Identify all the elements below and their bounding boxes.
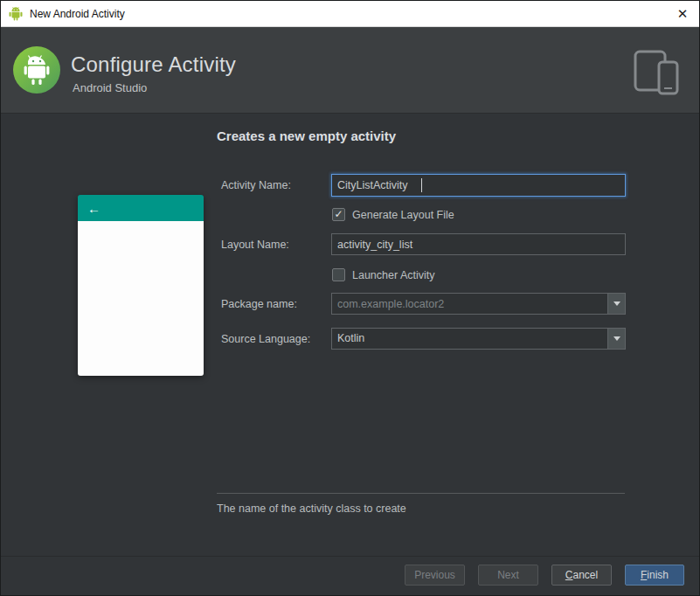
- package-name-combo: [331, 293, 626, 315]
- package-dropdown-button[interactable]: [607, 294, 625, 314]
- source-language-select[interactable]: Kotlin: [331, 328, 626, 350]
- phone-tablet-icon: [633, 50, 680, 95]
- cancel-button[interactable]: Cancel: [551, 565, 612, 586]
- activity-name-input[interactable]: [331, 174, 626, 197]
- finish-button[interactable]: Finish: [625, 565, 684, 586]
- layout-name-label: Layout Name:: [221, 239, 289, 251]
- wizard-step-title: Configure Activity: [71, 52, 236, 77]
- preview-content-area: [78, 221, 204, 376]
- layout-name-input[interactable]: [331, 233, 626, 255]
- launcher-activity-checkbox[interactable]: [332, 268, 345, 281]
- close-icon: ✕: [677, 6, 689, 21]
- language-dropdown-button[interactable]: [607, 329, 625, 349]
- window-title: New Android Activity: [30, 8, 125, 20]
- android-studio-logo-icon: [11, 45, 62, 95]
- new-android-activity-dialog: New Android Activity ✕: [0, 0, 700, 596]
- field-help-text: The name of the activity class to create: [217, 502, 406, 515]
- package-name-label: Package name:: [221, 298, 297, 310]
- title-bar: New Android Activity ✕: [1, 1, 699, 27]
- text-caret: [421, 178, 422, 192]
- previous-button[interactable]: Previous: [405, 565, 465, 586]
- back-arrow-icon: ←: [87, 202, 100, 215]
- generate-layout-label[interactable]: Generate Layout File: [352, 209, 454, 221]
- preview-app-bar: ←: [78, 195, 204, 221]
- wizard-header: Configure Activity Android Studio: [1, 27, 699, 114]
- next-button[interactable]: Next: [478, 565, 538, 586]
- generate-layout-checkbox[interactable]: ✓: [332, 208, 345, 221]
- chevron-down-icon: [613, 336, 620, 341]
- launcher-activity-label[interactable]: Launcher Activity: [352, 269, 435, 281]
- generate-layout-row: ✓ Generate Layout File: [332, 208, 454, 221]
- checkmark-icon: ✓: [334, 208, 343, 220]
- launcher-activity-row: Launcher Activity: [332, 268, 435, 281]
- chevron-down-icon: [613, 301, 620, 306]
- page-title: Creates a new empty activity: [217, 128, 396, 143]
- android-robot-icon: [8, 6, 24, 22]
- source-language-value: Kotlin: [332, 329, 607, 349]
- activity-preview: ←: [78, 195, 204, 376]
- wizard-subtitle: Android Studio: [73, 81, 147, 94]
- section-divider: [217, 493, 625, 494]
- activity-name-label: Activity Name:: [221, 179, 291, 191]
- button-bar-divider: [1, 556, 699, 557]
- source-language-label: Source Language:: [221, 333, 310, 345]
- package-name-input[interactable]: [332, 294, 607, 314]
- close-button[interactable]: ✕: [666, 1, 699, 27]
